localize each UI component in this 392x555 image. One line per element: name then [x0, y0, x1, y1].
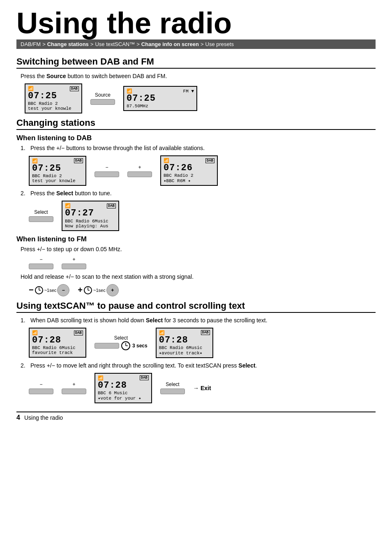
fm-minus-label: − — [29, 257, 53, 262]
exit-arrow: → Exit — [193, 385, 211, 391]
breadcrumb-sep-4: > — [201, 41, 204, 47]
hold-plus-group: + ~1sec + — [78, 284, 118, 296]
dab-step-2: 2. Press the Select button to tune. — [21, 190, 376, 197]
textscan-step-1: 1. When DAB scrolling text is shown hold… — [21, 317, 376, 324]
source-button[interactable] — [90, 99, 115, 105]
ts-minus-button[interactable] — [29, 388, 53, 394]
fm-plus-label: + — [62, 257, 86, 262]
dab-line2-3: ✦BBC R6M ✦ — [164, 178, 214, 183]
breadcrumb: DAB/FM > Change stations > Use textSCAN™… — [16, 39, 376, 49]
textscan-row-2: − + 📶 DAB 07:28 BBC 6 Music ✦vote for yo… — [29, 373, 376, 403]
dab-badge-1: DAB — [70, 86, 79, 91]
dab-time-3: 07:26 — [164, 163, 214, 173]
dab-screen-3: 📶 DAB 07:26 BBC Radio 2 ✦BBC R6M ✦ — [160, 155, 218, 186]
ts-step-2-text: Press +/− to move left and right through… — [30, 362, 257, 369]
ts-screen-1: 📶 DAB 07:28 BBC Radio 6Music favourite t… — [29, 328, 86, 358]
hold-minus-text: ~1sec — [44, 288, 57, 293]
textscan-title: Using textSCAN™ to pause and control scr… — [16, 301, 376, 313]
dab-badge-3: DAB — [205, 158, 214, 163]
ts-badge-2: DAB — [201, 330, 210, 335]
source-button-group: Source — [90, 92, 115, 105]
bottom-label: Using the radio — [24, 414, 63, 421]
switching-row: 📶 DAB 07:25 BBC Radio 2 test your knowle… — [25, 83, 376, 113]
dab-line1-3: BBC Radio 2 — [164, 173, 214, 178]
ts-select-3secs-group: Select 3 secs — [95, 335, 148, 351]
fm-time-1: 07:25 — [127, 94, 194, 104]
dab-line2-4: Now playing: Aus — [65, 224, 116, 229]
hold-plus-button[interactable]: + — [106, 284, 119, 296]
breadcrumb-sep-2: > — [90, 41, 94, 47]
dab-screen-4: 📶 DAB 07:27 BBC Radio 6Music Now playing… — [62, 201, 119, 231]
hold-timer-icon-minus — [35, 286, 44, 295]
sig-icon-7: 📶 — [98, 375, 104, 381]
source-button-label: Source — [90, 92, 115, 98]
ts-badge-3: DAB — [140, 375, 149, 380]
ts-line1-2: BBC Radio 6Music — [159, 345, 210, 350]
ts-secs-label: 3 secs — [132, 343, 148, 349]
fm-minus-button[interactable] — [29, 264, 53, 269]
select-button-group-1: Select — [29, 209, 53, 222]
breadcrumb-sep-1: > — [42, 41, 46, 47]
ts-select-exit-label: Select — [160, 382, 185, 387]
ts-plus-label: + — [62, 382, 86, 387]
ts-plus-button[interactable] — [62, 388, 86, 394]
fm-para-2: Hold and release +/− to scan to the next… — [21, 273, 376, 280]
switching-title: Switching between DAB and FM — [16, 56, 376, 69]
step-num-2: 2. — [21, 190, 28, 197]
dab-step-2-text: Press the Select button to tune. — [30, 190, 112, 197]
minus-button-group-1: − — [95, 164, 119, 177]
ts-select-button[interactable] — [95, 343, 119, 349]
hold-minus-sym: − — [29, 285, 34, 295]
dab-step-1: 1. Press the +/− buttons to browse throu… — [21, 145, 376, 151]
hold-minus-button[interactable]: − — [57, 284, 69, 296]
ts-screen-3: 📶 DAB 07:28 BBC 6 Music ✦vote for your ✦ — [95, 373, 152, 403]
dab-badge-4: DAB — [107, 204, 116, 208]
fm-minus-group: − — [29, 257, 53, 269]
dab-line1-4: BBC Radio 6Music — [65, 219, 116, 224]
hold-plus-sym: + — [78, 285, 83, 295]
dab-step-1-text: Press the +/− buttons to browse through … — [30, 145, 205, 151]
page-title: Using the radio — [16, 8, 376, 38]
page-number: 4 — [16, 414, 20, 421]
textscan-row-1: 📶 DAB 07:28 BBC Radio 6Music favourite t… — [29, 328, 376, 358]
fm-line1-1: 87.50MHz — [127, 104, 194, 109]
step-num-1: 1. — [21, 145, 28, 151]
ts-time-3: 07:28 — [98, 381, 149, 391]
ts-time-1: 07:28 — [32, 335, 83, 345]
dab-line1-2: BBC Radio 2 — [32, 173, 83, 178]
textscan-step-2: 2. Press +/− to move left and right thro… — [21, 362, 376, 369]
dab-browse-row: 📶 DAB 07:25 BBC Radio 2 test your knowle… — [29, 155, 376, 186]
ts-badge-1: DAB — [74, 331, 83, 335]
ts-select-label: Select — [95, 335, 148, 341]
breadcrumb-item-3: Use textSCAN™ — [95, 41, 135, 47]
dab-select-row: Select 📶 DAB 07:27 BBC Radio 6Music Now … — [29, 201, 376, 231]
ts-time-2: 07:28 — [159, 335, 210, 345]
fm-para-1: Press +/− to step up or down 0.05 MHz. — [21, 246, 376, 252]
ts-minus-label: − — [29, 382, 53, 387]
ts-step-1-text: When DAB scrolling text is shown hold do… — [30, 317, 267, 324]
dab-badge-2: DAB — [74, 158, 83, 163]
minus-button-1[interactable] — [95, 171, 119, 177]
plus-button-group-1: + — [127, 164, 152, 177]
select-label-1: Select — [29, 209, 53, 215]
breadcrumb-item-2: Change stations — [47, 41, 89, 47]
minus-label-1: − — [95, 164, 119, 170]
ts-step-num-2: 2. — [21, 362, 28, 369]
breadcrumb-item-5: Use presets — [205, 41, 234, 47]
ts-minus-group: − — [29, 382, 53, 394]
fm-plus-group: + — [62, 257, 86, 269]
ts-line2-3: ✦vote for your ✦ — [98, 395, 149, 401]
ts-plus-group: + — [62, 382, 86, 394]
ts-line2-1: favourite track — [32, 350, 83, 355]
ts-select-exit-button[interactable] — [160, 388, 185, 394]
plus-button-1[interactable] — [127, 171, 152, 177]
ts-screen-2: 📶 DAB 07:28 BBC Radio 6Music ✦avourite t… — [156, 328, 213, 358]
hold-buttons-row: − ~1sec − + ~1sec + — [29, 284, 376, 296]
select-button-1[interactable] — [29, 216, 53, 222]
ts-clock-icon: 3 secs — [121, 341, 148, 351]
dab-line2-2: test your knowle — [32, 178, 83, 183]
ts-line1-3: BBC 6 Music — [98, 391, 149, 395]
fm-plus-button[interactable] — [62, 264, 86, 269]
hold-plus-text: ~1sec — [93, 288, 106, 293]
switching-para: Press the Source button to switch betwee… — [21, 73, 376, 79]
